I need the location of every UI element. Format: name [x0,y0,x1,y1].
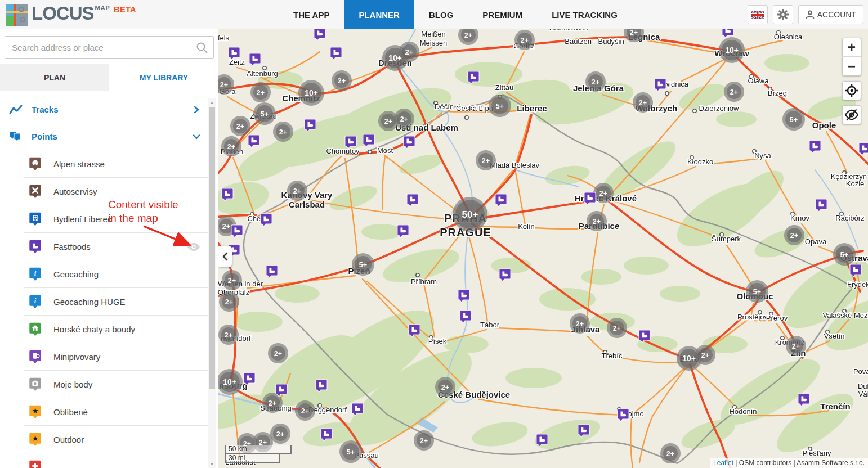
svg-text:2+: 2+ [384,118,392,125]
map-cluster[interactable]: 2+ [695,345,715,365]
folder-label: Fastfoods [53,242,187,251]
svg-text:2+: 2+ [701,352,709,359]
map-cluster[interactable]: 2+ [287,181,307,201]
folder-item-autoservisy[interactable]: Autoservisy [0,178,208,205]
map-cluster[interactable]: 2+ [394,109,414,129]
map-cluster[interactable]: 2+ [633,92,653,112]
map-cluster[interactable]: 2+ [270,424,290,444]
car-marker-icon [29,157,41,171]
language-flag-button[interactable] [748,5,768,24]
section-points[interactable]: Points [0,123,208,150]
chevron-right-icon[interactable] [193,106,200,114]
map-city-label: Meissen [420,39,447,47]
scroll-down-arrow[interactable]: ▼ [208,460,216,468]
leaflet-link[interactable]: Leaflet [713,459,733,467]
town-dot [693,109,696,112]
folder-item-alpen-strasse[interactable]: Alpen strasse [0,150,208,178]
svg-text:50+: 50+ [462,209,478,220]
person-icon [806,10,815,19]
svg-text:2+: 2+ [666,450,674,458]
map-cluster[interactable]: 5+ [833,243,856,266]
map-cluster[interactable]: 2+ [784,225,804,245]
map-canvas[interactable]: PRAHAPRAGUEDresdenChemnitzLiberecÚstí na… [218,29,868,468]
map-cluster[interactable]: 2+ [221,136,241,156]
folder-label: Moje body [53,380,200,389]
search-icon[interactable] [195,41,209,55]
hide-map-content-button[interactable] [842,105,861,124]
scroll-thumb[interactable] [209,107,215,389]
tab-my-library[interactable]: MY LIBRARY [109,64,218,91]
map-cluster[interactable]: 2+ [332,70,352,91]
nav-item-planner[interactable]: PLANNER [344,0,414,29]
svg-text:2+: 2+ [593,218,601,226]
folder-item-minipivovary[interactable]: Minipivovary [0,343,208,371]
map-cluster[interactable]: 2+ [230,116,250,136]
town-dot [368,150,372,154]
chevron-down-icon[interactable] [193,133,200,141]
nav-item-live-tracking[interactable]: LIVE TRACKING [537,0,632,29]
folder-item-geocaching-huge[interactable]: iGeocaching HUGE [0,288,208,316]
locate-button[interactable] [842,81,861,100]
sidebar-scrollbar[interactable]: ▲ ▼ [208,98,216,468]
tab-plan[interactable]: PLAN [0,64,109,91]
map-cluster[interactable]: 10+ [719,37,745,63]
map-cluster[interactable]: 2+ [514,30,535,50]
map-cluster[interactable]: 2+ [570,313,590,334]
map-cluster[interactable]: 2+ [250,82,271,102]
svg-text:2+: 2+ [222,223,230,231]
folder-item-moje-body[interactable]: Moje body [0,371,208,398]
folder-item-geocaching[interactable]: iGeocaching [0,260,208,288]
map-cluster[interactable]: 5+ [782,108,805,130]
map-cluster[interactable]: 2+ [593,183,614,203]
map-city-label: Opole [812,120,836,130]
map-cluster[interactable]: 2+ [268,343,288,363]
locus-logo[interactable]: LOCUS MAP BETA [6,2,136,26]
svg-text:2+: 2+ [228,277,236,285]
map-cluster[interactable]: 5+ [489,94,511,117]
svg-text:2+: 2+ [576,320,584,328]
search-input[interactable] [5,37,213,58]
map-cluster[interactable]: 5+ [746,280,768,303]
map-cluster[interactable]: 2+ [414,430,434,451]
map-cluster[interactable]: 5+ [253,102,276,125]
map-cluster[interactable]: 2+ [218,325,239,345]
map-cluster[interactable]: 2+ [724,82,744,102]
account-button[interactable]: ACCOUNT [798,5,863,24]
map-cluster[interactable]: 5+ [339,440,362,463]
sidebar-collapse-button[interactable] [218,246,232,267]
scroll-up-arrow[interactable]: ▲ [208,98,216,106]
map-cluster[interactable]: 2+ [607,318,627,338]
map-cluster[interactable]: 10+ [298,80,324,106]
folder-item-outdoor[interactable]: ★Outdoor [0,426,208,453]
folder-item-item[interactable] [0,453,208,468]
map-cluster[interactable]: 2+ [435,377,455,397]
map-cluster[interactable]: 2+ [786,336,806,356]
map-cluster[interactable]: 50+ [453,197,487,232]
section-tracks[interactable]: Tracks [0,96,208,123]
nav-item-the-app[interactable]: THE APP [279,0,344,29]
nav-item-blog[interactable]: BLOG [414,0,468,29]
map-cluster[interactable]: 5+ [352,253,374,276]
map-cluster[interactable]: 2+ [660,443,681,464]
points-icon [9,131,23,142]
locate-icon [845,84,858,97]
map-cluster[interactable]: 2+ [222,270,242,290]
folder-item-bydlen-liberec[interactable]: Bydlení Liberec [0,205,208,233]
map-tiles: PRAHAPRAGUEDresdenChemnitzLiberecÚstí na… [218,29,868,468]
zoom-in-button[interactable]: + [842,38,861,57]
zoom-out-button[interactable]: − [842,57,861,75]
nav-item-premium[interactable]: PREMIUM [468,0,537,29]
folder-item-fastfoods[interactable]: Fastfoods [0,233,208,260]
folder-item-obl-ben[interactable]: ★Oblíbené [0,398,208,426]
eye-visible-icon[interactable] [187,242,200,251]
map-cluster[interactable]: 2+ [295,400,315,421]
folder-item-horsk-chaty-a-boudy[interactable]: Horské chaty a boudy [0,316,208,343]
map-cluster[interactable]: 2+ [585,71,606,92]
map-city-label: Nysa [754,151,771,160]
map-cluster[interactable]: 2+ [587,211,607,231]
map-cluster[interactable]: 2+ [399,42,419,62]
map-cluster[interactable]: 2+ [219,291,239,312]
map-cluster[interactable]: 2+ [476,150,496,170]
map-cluster[interactable]: 2+ [273,122,293,142]
settings-button[interactable] [773,5,793,24]
